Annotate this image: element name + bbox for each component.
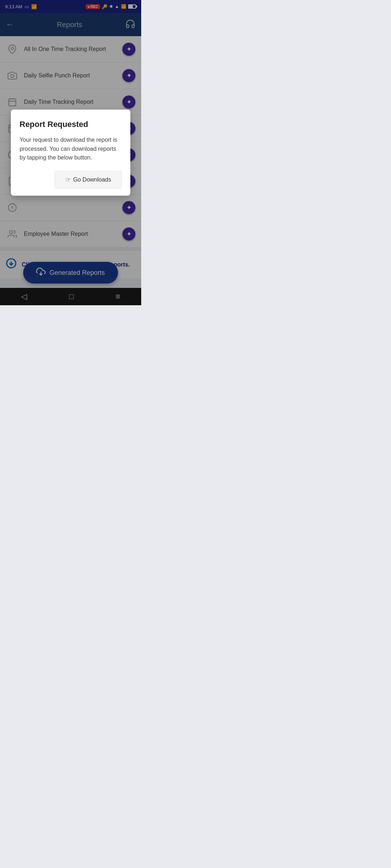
- modal-overlay: Report Requested Your request to downloa…: [0, 0, 141, 305]
- modal-actions: ☞ Go Downloads: [20, 171, 122, 188]
- modal-dialog: Report Requested Your request to downloa…: [11, 110, 130, 196]
- modal-body: Your request to download the report is p…: [20, 136, 122, 162]
- go-downloads-button[interactable]: ☞ Go Downloads: [55, 171, 122, 188]
- hand-cursor-icon: ☞: [65, 176, 71, 184]
- go-downloads-label: Go Downloads: [73, 176, 111, 183]
- modal-title: Report Requested: [20, 120, 122, 129]
